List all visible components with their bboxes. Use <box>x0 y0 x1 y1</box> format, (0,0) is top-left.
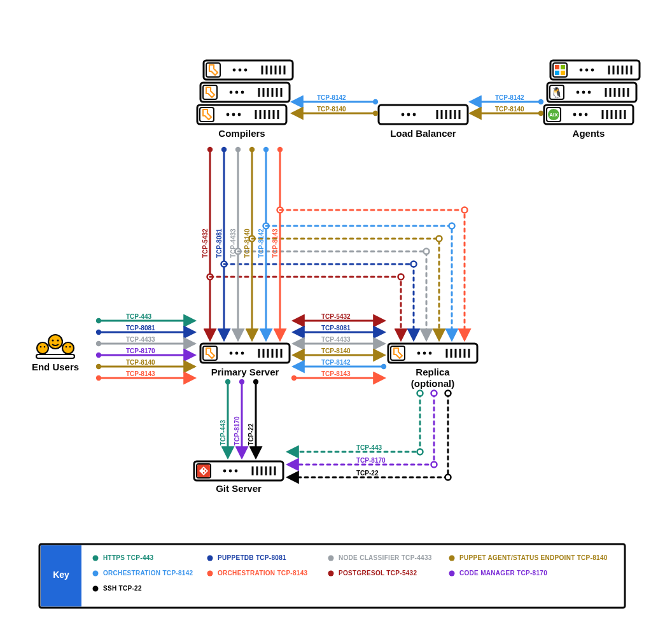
svg-point-55 <box>398 274 404 280</box>
svg-point-120 <box>449 571 455 577</box>
svg-point-71 <box>449 223 455 229</box>
legend: KeyHTTPS TCP-443PUPPETDB TCP-8081NODE CL… <box>39 544 625 608</box>
endusers-label: End Users <box>32 361 79 372</box>
svg-point-59 <box>411 262 417 267</box>
svg-point-108 <box>445 391 451 396</box>
svg-point-100 <box>253 379 258 384</box>
svg-point-106 <box>431 462 437 468</box>
svg-point-98 <box>239 379 244 384</box>
svg-point-82 <box>96 353 101 358</box>
svg-text:TCP-8140: TCP-8140 <box>126 359 155 366</box>
svg-point-116 <box>449 556 455 561</box>
svg-text:TCP-8142: TCP-8142 <box>321 359 351 366</box>
svg-text:TCP-443: TCP-443 <box>126 313 151 320</box>
legend-item: PUPPETDB TCP-8081 <box>218 554 286 561</box>
svg-text:TCP-8143: TCP-8143 <box>126 370 155 377</box>
svg-text:TCP-8170: TCP-8170 <box>234 416 241 445</box>
svg-point-96 <box>225 379 230 384</box>
svg-point-78 <box>96 330 101 335</box>
svg-point-102 <box>417 391 423 396</box>
svg-text:TCP-5432: TCP-5432 <box>202 228 209 258</box>
svg-text:TCP-8170: TCP-8170 <box>126 347 155 354</box>
svg-point-115 <box>328 556 334 561</box>
replica-label: Replica <box>416 367 450 377</box>
legend-item: POSTGRESOL TCP-5432 <box>339 570 417 577</box>
svg-point-80 <box>96 341 101 346</box>
agents-label: Agents <box>573 128 605 139</box>
legend-item: ORCHESTRATION TCP-8143 <box>218 570 308 577</box>
git-label: Git Server <box>216 483 262 494</box>
legend-item: CODE MANAGER TCP-8170 <box>459 570 547 577</box>
svg-point-50 <box>538 111 543 116</box>
svg-text:(optional): (optional) <box>411 378 454 389</box>
svg-text:TCP-8142: TCP-8142 <box>495 94 524 101</box>
svg-point-72 <box>277 147 283 152</box>
svg-point-76 <box>96 318 101 323</box>
svg-point-105 <box>431 391 437 396</box>
svg-text:TCP-8140: TCP-8140 <box>244 228 251 258</box>
svg-point-63 <box>424 249 430 255</box>
svg-point-56 <box>221 147 227 152</box>
svg-text:TCP-8081: TCP-8081 <box>216 228 223 258</box>
legend-item: HTTPS TCP-443 <box>103 554 154 561</box>
svg-text:TCP-8143: TCP-8143 <box>272 228 279 258</box>
svg-text:TCP-4433: TCP-4433 <box>126 336 155 343</box>
svg-text:TCP-8170: TCP-8170 <box>356 457 386 464</box>
svg-point-94 <box>291 375 297 381</box>
svg-text:TCP-4433: TCP-4433 <box>321 336 351 343</box>
svg-point-44 <box>373 99 378 104</box>
svg-point-114 <box>207 556 213 561</box>
svg-point-48 <box>538 99 543 104</box>
legend-item: ORCHESTRATION TCP-8142 <box>103 570 193 577</box>
legend-item: SSH TCP-22 <box>103 585 142 592</box>
svg-text:TCP-8140: TCP-8140 <box>321 347 351 354</box>
primary-label: Primary Server <box>211 367 279 377</box>
svg-point-121 <box>93 586 99 592</box>
svg-point-118 <box>207 571 213 577</box>
svg-text:TCP-8140: TCP-8140 <box>495 106 524 113</box>
svg-text:TCP-22: TCP-22 <box>248 423 255 445</box>
svg-text:TCP-443: TCP-443 <box>220 420 227 445</box>
svg-text:TCP-8142: TCP-8142 <box>258 228 265 258</box>
connections: TCP-8142TCP-8140TCP-8142TCP-8140TCP-5432… <box>96 94 543 480</box>
svg-point-75 <box>462 207 468 213</box>
svg-text:TCP-8143: TCP-8143 <box>321 370 351 377</box>
svg-text:TCP-8140: TCP-8140 <box>317 106 346 113</box>
svg-point-103 <box>417 449 423 455</box>
legend-item: PUPPET AGENT/STATUS ENDPOINT TCP-8140 <box>459 554 608 561</box>
svg-point-84 <box>96 364 101 369</box>
legend-title: Key <box>53 570 69 580</box>
legend-item: NODE CLASSIFIER TCP-4433 <box>339 554 432 561</box>
svg-text:TCP-8081: TCP-8081 <box>321 325 351 332</box>
compilers-label: Compilers <box>218 128 265 139</box>
svg-text:TCP-22: TCP-22 <box>356 470 379 477</box>
svg-point-60 <box>235 147 241 152</box>
svg-point-119 <box>328 571 334 577</box>
svg-point-68 <box>263 147 269 152</box>
svg-text:TCP-443: TCP-443 <box>356 444 382 451</box>
svg-point-86 <box>96 375 101 381</box>
svg-point-46 <box>373 111 378 116</box>
architecture-diagram: 🐧 AIX CompilersLoad BalancerAgentsEnd Us… <box>0 0 665 644</box>
svg-point-52 <box>207 147 213 152</box>
svg-text:TCP-8142: TCP-8142 <box>317 94 346 101</box>
loadbalancer-label: Load Balancer <box>390 128 456 139</box>
svg-point-117 <box>93 571 99 577</box>
svg-point-64 <box>249 147 255 152</box>
svg-point-67 <box>437 236 442 242</box>
svg-point-92 <box>381 364 386 369</box>
svg-text:TCP-5432: TCP-5432 <box>321 313 351 320</box>
svg-text:TCP-8081: TCP-8081 <box>126 325 155 332</box>
svg-point-109 <box>445 475 451 480</box>
svg-point-113 <box>93 556 99 561</box>
